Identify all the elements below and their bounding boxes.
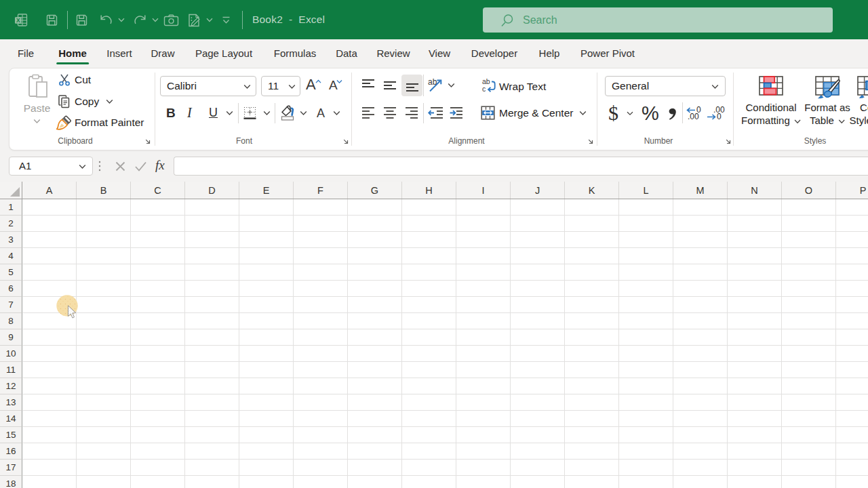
cut-label[interactable]: Cut: [75, 74, 91, 86]
row-header-5[interactable]: 5: [0, 264, 22, 281]
accounting-format-button[interactable]: $: [608, 102, 618, 125]
ribbon-tab-review[interactable]: Review: [376, 47, 410, 59]
insert-function-button[interactable]: fx: [155, 158, 165, 173]
format-as-table-button[interactable]: Format as Table: [804, 101, 850, 127]
number-format-combobox[interactable]: General: [605, 76, 726, 96]
row-header-9[interactable]: 9: [0, 329, 22, 346]
row-header-1[interactable]: 1: [0, 199, 22, 216]
cancel-icon[interactable]: [115, 161, 126, 172]
column-header-P[interactable]: P: [836, 182, 868, 199]
increase-indent-icon[interactable]: [450, 106, 465, 120]
ribbon-tab-insert[interactable]: Insert: [106, 47, 132, 59]
select-all-button[interactable]: [0, 182, 22, 199]
copy-icon[interactable]: [58, 95, 71, 108]
row-header-14[interactable]: 14: [0, 411, 22, 427]
paste-icon[interactable]: [27, 74, 49, 100]
column-header-A[interactable]: A: [22, 182, 77, 199]
redo-icon[interactable]: [132, 14, 147, 27]
font-dialog-launcher-icon[interactable]: [342, 138, 349, 144]
copy-label[interactable]: Copy: [75, 96, 99, 108]
column-header-G[interactable]: G: [348, 182, 402, 199]
column-header-H[interactable]: H: [402, 182, 456, 199]
fill-color-icon[interactable]: [279, 105, 295, 121]
align-top-icon[interactable]: [361, 79, 375, 92]
orientation-chevron-icon[interactable]: [448, 83, 455, 88]
copy-dropdown-chevron-icon[interactable]: [106, 99, 113, 104]
draw-dropdown-chevron-icon[interactable]: [206, 18, 213, 22]
align-left-icon[interactable]: [361, 106, 375, 120]
percent-style-button[interactable]: %: [642, 102, 659, 125]
merge-center-chevron-icon[interactable]: [579, 110, 587, 116]
row-header-11[interactable]: 11: [0, 362, 22, 378]
cell-styles-button[interactable]: Cell Styles: [849, 101, 868, 127]
format-as-table-icon[interactable]: [815, 76, 841, 100]
column-header-M[interactable]: M: [673, 182, 728, 199]
row-header-16[interactable]: 16: [0, 443, 22, 460]
format-painter-icon[interactable]: [56, 115, 72, 131]
decrease-indent-icon[interactable]: [428, 106, 443, 120]
camera-icon[interactable]: [163, 14, 179, 26]
search-box[interactable]: Search: [483, 7, 833, 33]
column-header-O[interactable]: O: [782, 182, 836, 199]
fill-color-chevron-icon[interactable]: [300, 110, 307, 116]
redo-dropdown-chevron-icon[interactable]: [152, 18, 159, 22]
column-header-F[interactable]: F: [294, 182, 348, 199]
wrap-text-label[interactable]: Wrap Text: [499, 81, 546, 93]
borders-icon[interactable]: [243, 106, 257, 120]
align-middle-icon[interactable]: [383, 79, 397, 92]
undo-dropdown-chevron-icon[interactable]: [118, 18, 125, 22]
save-icon[interactable]: [45, 14, 58, 26]
row-header-4[interactable]: 4: [0, 248, 22, 264]
column-header-N[interactable]: N: [728, 182, 782, 199]
italic-button[interactable]: I: [187, 105, 192, 121]
comma-style-button[interactable]: [669, 108, 677, 121]
ribbon-tab-help[interactable]: Help: [539, 47, 560, 59]
underline-button[interactable]: U: [209, 106, 218, 120]
underline-chevron-icon[interactable]: [226, 110, 233, 116]
ribbon-tab-draw[interactable]: Draw: [151, 47, 174, 59]
alignment-dialog-launcher-icon[interactable]: [587, 138, 593, 144]
align-center-icon[interactable]: [383, 106, 397, 120]
column-header-D[interactable]: D: [185, 182, 239, 199]
increase-font-size-button[interactable]: A: [306, 76, 316, 94]
merge-center-icon[interactable]: [481, 106, 495, 120]
name-box[interactable]: A1: [9, 157, 93, 176]
cut-icon[interactable]: [58, 74, 71, 86]
row-header-15[interactable]: 15: [0, 427, 22, 443]
row-header-13[interactable]: 13: [0, 394, 22, 411]
column-header-C[interactable]: C: [131, 182, 185, 199]
save-icon[interactable]: [75, 14, 88, 26]
column-header-L[interactable]: L: [619, 182, 673, 199]
formula-input[interactable]: [174, 157, 868, 176]
conditional-formatting-icon[interactable]: [759, 76, 783, 96]
merge-center-label[interactable]: Merge & Center: [499, 107, 573, 119]
row-header-10[interactable]: 10: [0, 346, 22, 362]
font-color-chevron-icon[interactable]: [333, 110, 340, 116]
align-right-icon[interactable]: [405, 106, 418, 120]
cell-styles-icon[interactable]: [857, 76, 868, 100]
column-header-J[interactable]: J: [511, 182, 565, 199]
clipboard-dialog-launcher-icon[interactable]: [144, 138, 151, 144]
enter-icon[interactable]: [134, 161, 147, 172]
row-header-2[interactable]: 2: [0, 216, 22, 232]
ribbon-tab-file[interactable]: File: [18, 47, 34, 59]
ribbon-tab-power-pivot[interactable]: Power Pivot: [580, 47, 635, 59]
format-painter-label[interactable]: Format Painter: [75, 117, 144, 129]
accounting-chevron-icon[interactable]: [627, 111, 633, 116]
paste-dropdown-chevron-icon[interactable]: [33, 119, 41, 124]
column-header-B[interactable]: B: [77, 182, 131, 199]
font-color-button[interactable]: A: [317, 106, 325, 121]
row-header-3[interactable]: 3: [0, 232, 22, 248]
ribbon-tab-data[interactable]: Data: [336, 47, 357, 59]
draw-export-icon[interactable]: [187, 13, 202, 28]
bold-button[interactable]: B: [166, 106, 176, 121]
ribbon-tab-page-layout[interactable]: Page Layout: [195, 47, 252, 59]
qat-overflow-icon[interactable]: [221, 16, 231, 25]
font-size-combobox[interactable]: 11: [261, 76, 300, 96]
column-header-E[interactable]: E: [239, 182, 294, 199]
paste-label[interactable]: Paste: [24, 102, 51, 115]
ribbon-tab-view[interactable]: View: [429, 47, 450, 59]
row-header-7[interactable]: 7: [0, 297, 22, 313]
conditional-formatting-button[interactable]: Conditional Formatting: [741, 101, 801, 127]
row-header-12[interactable]: 12: [0, 378, 22, 394]
